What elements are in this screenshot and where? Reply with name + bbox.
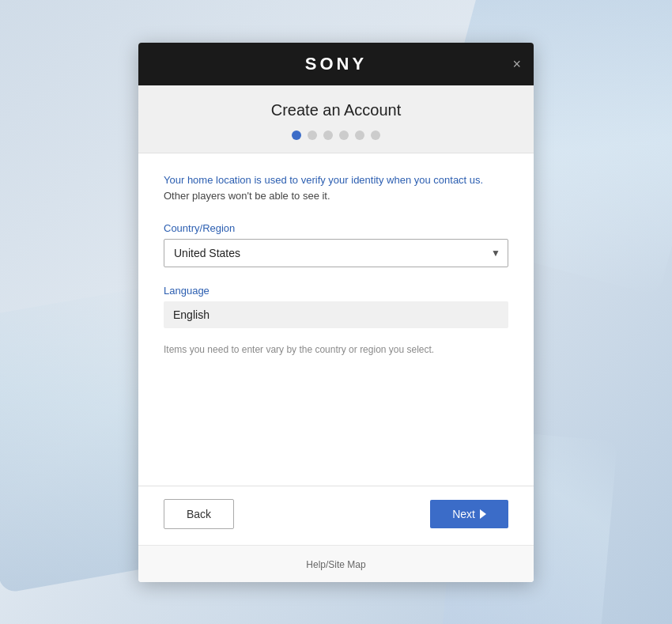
language-label: Language (164, 285, 508, 297)
sony-logo: SONY (305, 54, 367, 74)
close-button[interactable]: × (512, 57, 521, 71)
country-select-wrapper: United States United Kingdom Canada Aust… (164, 239, 508, 267)
step-dot-1 (292, 130, 301, 140)
account-creation-modal: SONY × Create an Account Your home locat… (138, 43, 534, 582)
help-area: Help/Site Map (138, 545, 534, 582)
country-select[interactable]: United States United Kingdom Canada Aust… (164, 239, 508, 267)
step-dot-4 (339, 130, 349, 140)
back-button[interactable]: Back (164, 499, 234, 529)
step-dot-5 (355, 130, 364, 140)
next-arrow-icon (480, 509, 486, 519)
step-indicator (154, 130, 518, 140)
country-label: Country/Region (164, 222, 508, 234)
language-field (164, 301, 508, 328)
modal-header: SONY × (138, 43, 534, 85)
modal-content: Your home location is used to verify you… (138, 153, 534, 486)
note-text: Items you need to enter vary by the coun… (164, 344, 508, 355)
modal-footer: Back Next (138, 486, 534, 545)
next-button-label: Next (452, 508, 475, 520)
info-text: Your home location is used to verify you… (164, 172, 508, 206)
title-area: Create an Account (138, 85, 534, 153)
step-dot-2 (308, 130, 317, 140)
info-text-highlighted: Your home location is used to verify you… (164, 174, 483, 186)
step-dot-6 (371, 130, 380, 140)
step-dot-3 (323, 130, 333, 140)
info-text-plain: Other players won't be able to see it. (164, 190, 330, 202)
help-link[interactable]: Help/Site Map (306, 559, 365, 570)
page-title: Create an Account (154, 101, 518, 119)
next-button[interactable]: Next (430, 500, 508, 528)
